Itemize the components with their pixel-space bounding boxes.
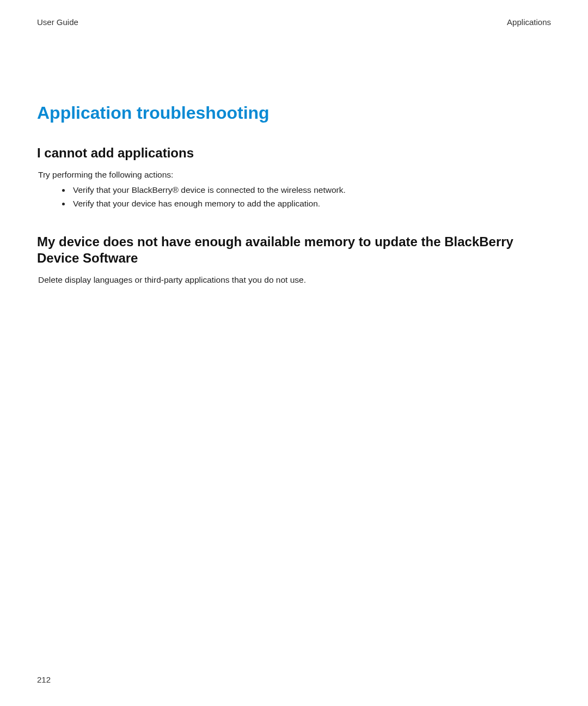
section-1-bullets: Verify that your BlackBerry® device is c… [37, 184, 551, 210]
list-item: Verify that your device has enough memor… [71, 198, 551, 210]
page-number: 212 [37, 675, 51, 684]
section-heading-2: My device does not have enough available… [37, 234, 551, 266]
document-page: User Guide Applications Application trou… [0, 0, 588, 706]
page-header: User Guide Applications [37, 17, 551, 27]
header-left: User Guide [37, 17, 78, 27]
list-item: Verify that your BlackBerry® device is c… [71, 184, 551, 196]
page-title: Application troubleshooting [37, 103, 551, 123]
section-heading-1: I cannot add applications [37, 145, 551, 161]
header-right: Applications [507, 17, 551, 27]
section-2-paragraph: Delete display languages or third-party … [38, 274, 551, 286]
section-1-intro: Try performing the following actions: [38, 169, 551, 181]
